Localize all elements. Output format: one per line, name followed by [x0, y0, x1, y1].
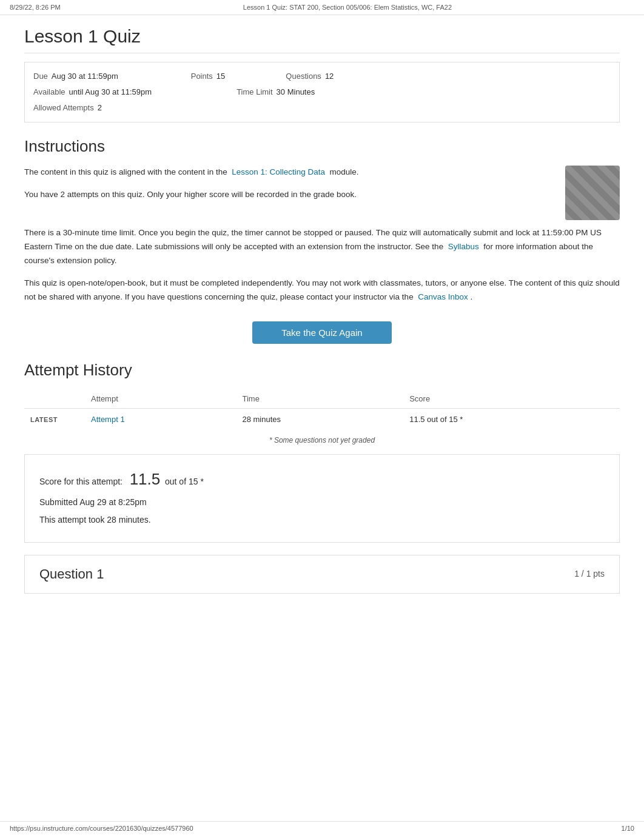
- attempts-label: Allowed Attempts: [33, 100, 94, 116]
- attempt-time: 28 minutes: [236, 408, 403, 430]
- lesson-link[interactable]: Lesson 1: Collecting Data: [232, 167, 325, 176]
- duration-line: This attempt took 28 minutes.: [39, 513, 605, 526]
- score-suffix: out of 15 *: [165, 477, 204, 486]
- lesson-image: [565, 166, 620, 220]
- instructions-para4: This quiz is open-note/open-book, but it…: [24, 277, 620, 304]
- col-time: Time: [236, 389, 403, 409]
- points-label: Points: [191, 69, 213, 84]
- take-quiz-button[interactable]: Take the Quiz Again: [252, 321, 392, 344]
- due-value: Aug 30 at 11:59pm: [52, 69, 118, 84]
- attempt1-link[interactable]: Attempt 1: [91, 415, 125, 424]
- topbar-timestamp: 8/29/22, 8:26 PM: [10, 4, 61, 11]
- table-row: LATEST Attempt 1 28 minutes 11.5 out of …: [24, 408, 620, 430]
- bottom-url: https://psu.instructure.com/courses/2201…: [10, 825, 193, 832]
- available-value: until Aug 30 at 11:59pm: [69, 84, 152, 100]
- bottom-bar: https://psu.instructure.com/courses/2201…: [0, 821, 644, 835]
- due-label: Due: [33, 69, 48, 84]
- topbar-title: Lesson 1 Quiz: STAT 200, Section 005/006…: [243, 4, 452, 11]
- instructions-para2: You have 2 attempts on this quiz. Only y…: [24, 188, 620, 202]
- score-label: Score for this attempt:: [39, 477, 122, 486]
- attempt-score: 11.5 out of 15 *: [403, 408, 620, 430]
- timelimit-value: 30 Minutes: [277, 84, 315, 100]
- attempts-value: 2: [98, 100, 102, 116]
- footnote: * Some questions not yet graded: [24, 436, 620, 444]
- instructions-para1: The content in this quiz is aligned with…: [24, 166, 620, 179]
- col-attempt: Attempt: [85, 389, 236, 409]
- question-pts: 1 / 1 pts: [574, 566, 605, 578]
- canvas-inbox-link[interactable]: Canvas Inbox: [418, 292, 468, 301]
- points-value: 15: [216, 69, 225, 84]
- syllabus-link[interactable]: Syllabus: [448, 242, 479, 251]
- available-label: Available: [33, 84, 65, 100]
- quiz-meta: Due Aug 30 at 11:59pm Points 15 Question…: [24, 62, 620, 122]
- latest-label: LATEST: [30, 416, 58, 423]
- question-title: Question 1: [39, 566, 104, 582]
- instructions-para3: There is a 30-minute time limit. Once yo…: [24, 226, 620, 268]
- questions-value: 12: [325, 69, 334, 84]
- question-block: Question 1 1 / 1 pts: [24, 555, 620, 594]
- score-block: Score for this attempt: 11.5 out of 15 *…: [24, 454, 620, 543]
- questions-label: Questions: [286, 69, 321, 84]
- timelimit-label: Time Limit: [236, 84, 272, 100]
- attempt-history-title: Attempt History: [24, 361, 620, 380]
- score-number: 11.5: [130, 470, 161, 488]
- instructions-title: Instructions: [24, 137, 620, 156]
- page-title: Lesson 1 Quiz: [24, 15, 620, 53]
- submitted-line: Submitted Aug 29 at 8:25pm: [39, 495, 605, 509]
- attempt-table: Attempt Time Score LATEST Attempt 1 28 m…: [24, 389, 620, 430]
- bottom-page: 1/10: [622, 825, 634, 832]
- col-score: Score: [403, 389, 620, 409]
